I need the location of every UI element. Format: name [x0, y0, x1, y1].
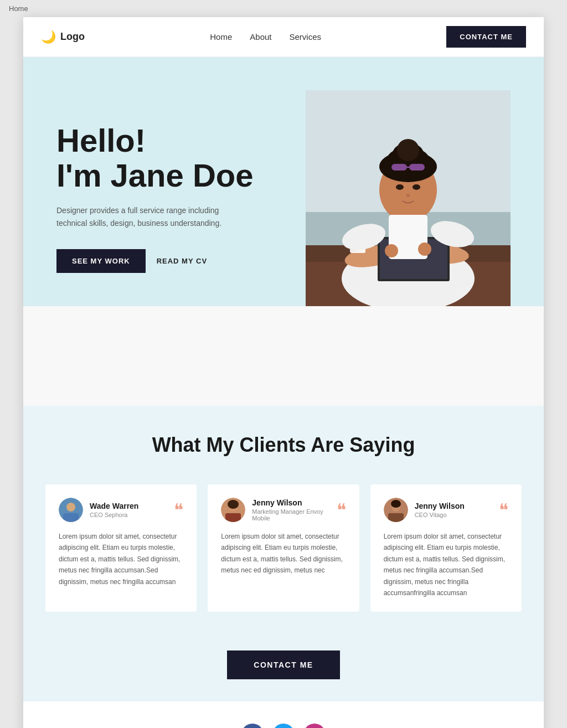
twitter-button[interactable]: t: [272, 724, 295, 728]
testimonials-section: What My Clients Are Saying: [23, 350, 544, 701]
person-name-1: Wade Warren: [90, 502, 138, 510]
svg-point-19: [396, 184, 404, 190]
svg-point-30: [66, 503, 75, 512]
svg-point-36: [228, 500, 239, 509]
svg-rect-16: [391, 164, 407, 171]
svg-point-24: [418, 242, 431, 256]
logo-text: Logo: [60, 31, 85, 43]
svg-point-23: [385, 244, 398, 257]
cta-contact-button[interactable]: CONTACT ME: [227, 650, 339, 679]
testimonial-person-1: Wade Warren CEO Sephora: [59, 498, 138, 522]
svg-point-41: [391, 500, 401, 508]
testimonial-header-1: Wade Warren CEO Sephora ❝: [59, 498, 183, 522]
hero-person-illustration: [306, 90, 511, 306]
testimonial-text-2: Lorem ipsum dolor sit amet, consectetur …: [221, 531, 346, 576]
hero-section: Hello! I'm Jane Doe Designer provides a …: [23, 57, 544, 306]
hero-image: [306, 90, 511, 306]
nav-links: Home About Services: [210, 32, 321, 42]
navbar-contact-button[interactable]: CONTACT ME: [446, 26, 526, 48]
see-my-work-button[interactable]: SEE MY WORK: [56, 249, 146, 273]
hero-description: Designer provides a full service range i…: [56, 204, 223, 229]
avatar-3: [384, 498, 408, 522]
instagram-button[interactable]: [303, 724, 326, 728]
nav-services[interactable]: Services: [289, 32, 321, 42]
browser-bar: Home: [0, 0, 567, 17]
social-links: f t: [34, 724, 533, 728]
testimonial-person-2: Jenny Wilson Marketing Manager Envoy Mob…: [221, 498, 336, 522]
hero-title: Hello! I'm Jane Doe: [56, 123, 306, 194]
svg-point-20: [413, 184, 420, 190]
cta-section: CONTACT ME: [23, 628, 544, 701]
svg-rect-17: [409, 164, 425, 171]
quote-icon-3: ❝: [499, 501, 508, 519]
nav-home[interactable]: Home: [210, 32, 232, 42]
svg-rect-32: [63, 513, 79, 522]
facebook-button[interactable]: f: [241, 724, 264, 728]
avatar-2: [221, 498, 245, 522]
hero-name: I'm Jane Doe: [56, 157, 253, 193]
navbar: 🌙 Logo Home About Services CONTACT ME: [23, 17, 544, 57]
testimonial-text-1: Lorem ipsum dolor sit amet, consectetur …: [59, 531, 183, 587]
svg-point-15: [397, 139, 419, 161]
svg-rect-42: [388, 513, 404, 522]
testimonial-card-1: Wade Warren CEO Sephora ❝ Lorem ipsum do…: [45, 484, 197, 612]
hero-greeting: Hello!: [56, 122, 146, 158]
avatar-svg-3: [384, 498, 408, 522]
person-name-2: Jenny Wilson: [252, 498, 336, 507]
testimonial-text-3: Lorem ipsum dolor sit amet, consectetur …: [384, 531, 508, 598]
testimonial-header-2: Jenny Wilson Marketing Manager Envoy Mob…: [221, 498, 346, 522]
person-title-1: CEO Sephora: [90, 512, 138, 518]
hero-text: Hello! I'm Jane Doe Designer provides a …: [56, 123, 306, 306]
svg-point-21: [406, 194, 410, 197]
read-my-cv-button[interactable]: READ MY CV: [157, 257, 207, 265]
avatar-1: [59, 498, 83, 522]
avatar-svg-2: [221, 498, 245, 522]
person-name-3: Jenny Wilson: [415, 502, 465, 510]
svg-rect-37: [225, 513, 241, 522]
footer: f t © 2022 Jane Doe. All rights reserved…: [23, 701, 544, 728]
testimonials-title: What My Clients Are Saying: [45, 433, 522, 457]
logo-icon: 🌙: [41, 30, 56, 44]
page-wrapper: 🌙 Logo Home About Services CONTACT ME He…: [23, 17, 544, 728]
testimonials-inner: What My Clients Are Saying: [23, 406, 544, 628]
person-title-2: Marketing Manager Envoy Mobile: [252, 508, 336, 522]
person-title-3: CEO Vitago: [415, 512, 465, 518]
logo-area: 🌙 Logo: [41, 30, 85, 44]
person-info-3: Jenny Wilson CEO Vitago: [415, 502, 465, 518]
person-info-2: Jenny Wilson Marketing Manager Envoy Mob…: [252, 498, 336, 522]
testimonial-card-2: Jenny Wilson Marketing Manager Envoy Mob…: [208, 484, 359, 612]
quote-icon-1: ❝: [174, 501, 183, 519]
nav-about[interactable]: About: [250, 32, 271, 42]
testimonial-card-3: Jenny Wilson CEO Vitago ❝ Lorem ipsum do…: [370, 484, 522, 612]
avatar-svg-1: [59, 498, 83, 522]
hero-buttons: SEE MY WORK READ MY CV: [56, 249, 306, 273]
testimonial-person-3: Jenny Wilson CEO Vitago: [384, 498, 465, 522]
section-gap: [23, 306, 544, 350]
person-info-1: Wade Warren CEO Sephora: [90, 502, 138, 518]
testimonials-grid: Wade Warren CEO Sephora ❝ Lorem ipsum do…: [45, 484, 522, 612]
testimonial-header-3: Jenny Wilson CEO Vitago ❝: [384, 498, 508, 522]
quote-icon-2: ❝: [337, 501, 346, 519]
browser-tab-label: Home: [9, 4, 28, 13]
